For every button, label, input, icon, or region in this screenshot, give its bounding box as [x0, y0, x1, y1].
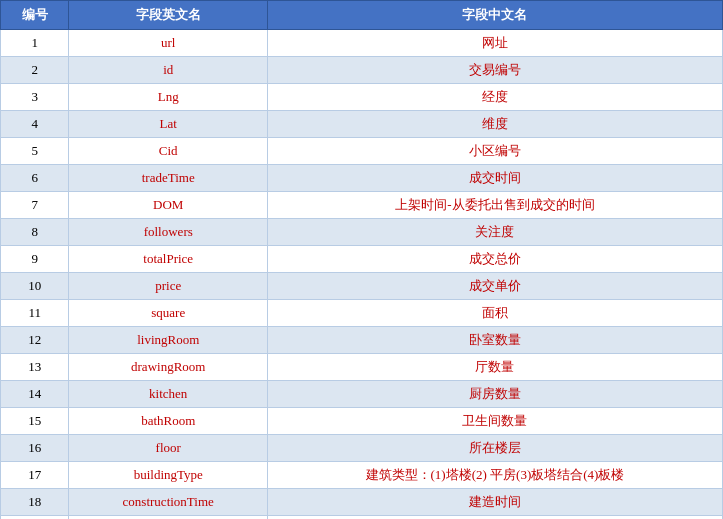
cell-zh: 厨房数量	[267, 381, 722, 408]
cell-zh: 建造时间	[267, 489, 722, 516]
cell-en: renovationCondition	[69, 516, 267, 520]
cell-num: 12	[1, 327, 69, 354]
cell-zh: 所在楼层	[267, 435, 722, 462]
cell-zh: 厅数量	[267, 354, 722, 381]
cell-num: 9	[1, 246, 69, 273]
cell-en: kitchen	[69, 381, 267, 408]
cell-num: 15	[1, 408, 69, 435]
cell-num: 11	[1, 300, 69, 327]
col-header-en: 字段英文名	[69, 1, 267, 30]
cell-num: 5	[1, 138, 69, 165]
table-row: 16floor所在楼层	[1, 435, 723, 462]
table-row: 2id交易编号	[1, 57, 723, 84]
table-row: 9totalPrice成交总价	[1, 246, 723, 273]
cell-zh: 关注度	[267, 219, 722, 246]
cell-num: 14	[1, 381, 69, 408]
cell-en: price	[69, 273, 267, 300]
cell-zh: 经度	[267, 84, 722, 111]
cell-en: totalPrice	[69, 246, 267, 273]
cell-num: 7	[1, 192, 69, 219]
cell-num: 3	[1, 84, 69, 111]
cell-en: id	[69, 57, 267, 84]
cell-zh: 卫生间数量	[267, 408, 722, 435]
cell-zh: 装修情况：(1)其他(2)毛坯(3)简装(4)精装	[267, 516, 722, 520]
cell-zh: 建筑类型：(1)塔楼(2) 平房(3)板塔结合(4)板楼	[267, 462, 722, 489]
cell-zh: 维度	[267, 111, 722, 138]
table-row: 15bathRoom卫生间数量	[1, 408, 723, 435]
cell-zh: 小区编号	[267, 138, 722, 165]
table-row: 5Cid小区编号	[1, 138, 723, 165]
table-row: 6tradeTime成交时间	[1, 165, 723, 192]
table-row: 18constructionTime建造时间	[1, 489, 723, 516]
cell-num: 16	[1, 435, 69, 462]
table-row: 3Lng经度	[1, 84, 723, 111]
cell-zh: 成交时间	[267, 165, 722, 192]
cell-num: 18	[1, 489, 69, 516]
cell-en: constructionTime	[69, 489, 267, 516]
cell-zh: 面积	[267, 300, 722, 327]
col-header-zh: 字段中文名	[267, 1, 722, 30]
cell-en: bathRoom	[69, 408, 267, 435]
table-row: 1url网址	[1, 30, 723, 57]
cell-num: 10	[1, 273, 69, 300]
cell-zh: 卧室数量	[267, 327, 722, 354]
col-header-num: 编号	[1, 1, 69, 30]
cell-en: floor	[69, 435, 267, 462]
table-row: 8followers关注度	[1, 219, 723, 246]
table-row: 12livingRoom卧室数量	[1, 327, 723, 354]
cell-num: 4	[1, 111, 69, 138]
table-row: 10price成交单价	[1, 273, 723, 300]
cell-en: tradeTime	[69, 165, 267, 192]
cell-en: Cid	[69, 138, 267, 165]
cell-num: 6	[1, 165, 69, 192]
cell-num: 17	[1, 462, 69, 489]
cell-en: followers	[69, 219, 267, 246]
data-table: 编号 字段英文名 字段中文名 1url网址2id交易编号3Lng经度4Lat维度…	[0, 0, 723, 519]
cell-en: buildingType	[69, 462, 267, 489]
table-row: 17buildingType建筑类型：(1)塔楼(2) 平房(3)板塔结合(4)…	[1, 462, 723, 489]
table-row: 7DOM上架时间-从委托出售到成交的时间	[1, 192, 723, 219]
cell-num: 2	[1, 57, 69, 84]
cell-en: Lat	[69, 111, 267, 138]
cell-en: Lng	[69, 84, 267, 111]
cell-en: DOM	[69, 192, 267, 219]
table-row: 4Lat维度	[1, 111, 723, 138]
cell-zh: 成交总价	[267, 246, 722, 273]
cell-zh: 交易编号	[267, 57, 722, 84]
cell-zh: 成交单价	[267, 273, 722, 300]
cell-en: square	[69, 300, 267, 327]
cell-num: 1	[1, 30, 69, 57]
table-header-row: 编号 字段英文名 字段中文名	[1, 1, 723, 30]
cell-num: 8	[1, 219, 69, 246]
cell-num: 19	[1, 516, 69, 520]
cell-en: drawingRoom	[69, 354, 267, 381]
cell-en: livingRoom	[69, 327, 267, 354]
table-row: 14kitchen厨房数量	[1, 381, 723, 408]
cell-zh: 网址	[267, 30, 722, 57]
cell-en: url	[69, 30, 267, 57]
cell-zh: 上架时间-从委托出售到成交的时间	[267, 192, 722, 219]
table-row: 19renovationCondition装修情况：(1)其他(2)毛坯(3)简…	[1, 516, 723, 520]
table-row: 11square面积	[1, 300, 723, 327]
cell-num: 13	[1, 354, 69, 381]
table-row: 13drawingRoom厅数量	[1, 354, 723, 381]
